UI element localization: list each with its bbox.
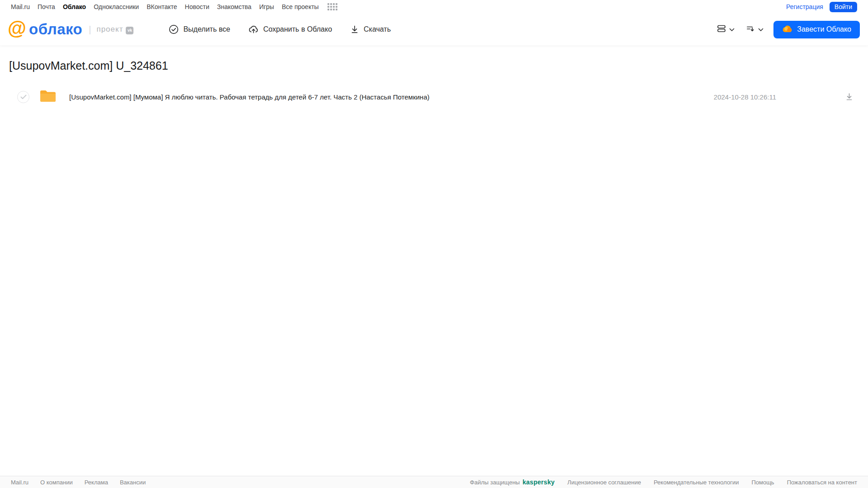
select-all-label: Выделить все bbox=[183, 25, 230, 33]
toolbar: Выделить все Сохранить в Облако Скачать bbox=[169, 24, 391, 34]
sort-icon bbox=[745, 24, 755, 35]
kaspersky-protected: Файлы защищены kaspersky bbox=[470, 479, 555, 486]
select-all-button[interactable]: Выделить все bbox=[169, 24, 230, 34]
apps-grid-icon[interactable] bbox=[327, 3, 337, 10]
portal-link-all-projects[interactable]: Все проекты bbox=[282, 3, 319, 10]
protected-label: Файлы защищены bbox=[470, 479, 520, 486]
portal-link-mail[interactable]: Почта bbox=[38, 3, 55, 10]
cloud-logo[interactable]: @ облако | проект vk bbox=[8, 20, 133, 39]
footer-link-help[interactable]: Помощь bbox=[751, 479, 774, 486]
footer-link-mailru[interactable]: Mail.ru bbox=[11, 479, 28, 486]
get-cloud-button[interactable]: Завести Облако bbox=[773, 21, 860, 38]
portal-link-dating[interactable]: Знакомства bbox=[217, 3, 251, 10]
portal-link-cloud[interactable]: Облако bbox=[63, 3, 86, 10]
footer-left-links: Mail.ru О компании Реклама Вакансии bbox=[11, 479, 146, 486]
logo-text: облако bbox=[29, 21, 82, 38]
portal-link-mailru[interactable]: Mail.ru bbox=[11, 3, 30, 10]
footer-link-jobs[interactable]: Вакансии bbox=[120, 479, 146, 486]
logo-divider: | bbox=[89, 24, 91, 35]
save-to-cloud-button[interactable]: Сохранить в Облако bbox=[248, 24, 332, 34]
footer-link-recommendations[interactable]: Рекомендательные технологии bbox=[654, 479, 739, 486]
select-all-icon bbox=[169, 24, 179, 34]
portal-link-odnoklassniki[interactable]: Одноклассники bbox=[94, 3, 139, 10]
portal-link-vkontakte[interactable]: ВКонтакте bbox=[147, 3, 177, 10]
kaspersky-logo: kaspersky bbox=[522, 479, 555, 486]
portal-auth: Регистрация Войти bbox=[786, 2, 857, 12]
folder-icon bbox=[39, 89, 57, 104]
row-download-icon[interactable] bbox=[845, 92, 854, 101]
file-name-link[interactable]: [UsupovMarket.com] [Мумома] Я люблю чита… bbox=[69, 93, 429, 101]
view-mode-dropdown[interactable] bbox=[716, 24, 735, 35]
footer-right-links: Файлы защищены kaspersky Лицензионное со… bbox=[470, 479, 857, 486]
main-content: [UsupovMarket.com] U_324861 [UsupovMarke… bbox=[0, 59, 868, 108]
download-label: Скачать bbox=[364, 25, 391, 33]
cloud-upload-icon bbox=[248, 24, 259, 34]
file-row[interactable]: [UsupovMarket.com] [Мумома] Я люблю чита… bbox=[9, 86, 868, 108]
file-date: 2024-10-28 10:26:11 bbox=[714, 93, 776, 101]
get-cloud-label: Завести Облако bbox=[797, 25, 851, 33]
list-view-icon bbox=[716, 24, 726, 35]
footer: Mail.ru О компании Реклама Вакансии Файл… bbox=[0, 476, 868, 488]
portal-links: Mail.ru Почта Облако Одноклассники ВКонт… bbox=[11, 3, 337, 10]
sort-dropdown[interactable] bbox=[745, 24, 764, 35]
portal-link-news[interactable]: Новости bbox=[185, 3, 209, 10]
page-title: [UsupovMarket.com] U_324861 bbox=[9, 59, 868, 72]
footer-link-about[interactable]: О компании bbox=[40, 479, 73, 486]
save-to-cloud-label: Сохранить в Облако bbox=[263, 25, 332, 33]
portal-link-games[interactable]: Игры bbox=[259, 3, 274, 10]
header: @ облако | проект vk Выделить все Сохран… bbox=[0, 14, 868, 45]
project-label: проект bbox=[96, 25, 123, 34]
portal-nav: Mail.ru Почта Облако Одноклассники ВКонт… bbox=[0, 0, 868, 14]
footer-link-ads[interactable]: Реклама bbox=[85, 479, 108, 486]
row-checkbox[interactable] bbox=[17, 91, 29, 103]
login-button[interactable]: Войти bbox=[830, 2, 857, 12]
registration-link[interactable]: Регистрация bbox=[786, 3, 823, 10]
vk-badge-icon: vk bbox=[126, 27, 133, 34]
chevron-down-icon bbox=[729, 25, 735, 33]
download-button[interactable]: Скачать bbox=[350, 24, 391, 34]
cloud-brand-icon bbox=[782, 25, 792, 34]
footer-link-report[interactable]: Пожаловаться на контент bbox=[787, 479, 857, 486]
chevron-down-icon bbox=[758, 25, 764, 33]
header-right: Завести Облако bbox=[716, 21, 860, 38]
download-icon bbox=[350, 24, 359, 34]
mailru-at-icon: @ bbox=[8, 19, 26, 38]
footer-link-license[interactable]: Лицензионное соглашение bbox=[567, 479, 641, 486]
